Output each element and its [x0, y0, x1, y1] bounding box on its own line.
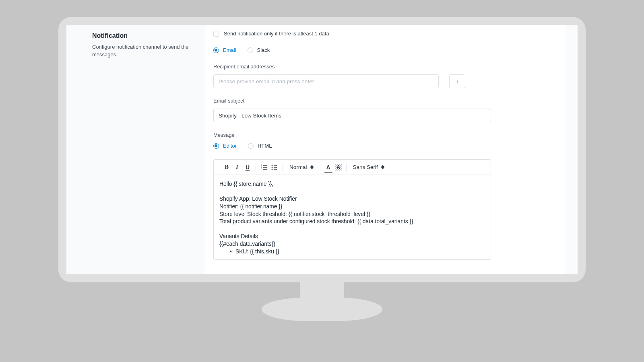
radio-icon[interactable] — [248, 47, 253, 53]
app-screen: Notification Configure notification chan… — [66, 25, 578, 274]
radio-icon[interactable] — [213, 47, 219, 53]
heading-select[interactable]: Normal — [287, 164, 316, 170]
rich-text-editor: B I U 123 — [213, 159, 491, 260]
right-margin — [565, 25, 578, 274]
svg-marker-13 — [310, 167, 314, 169]
checkbox-icon[interactable] — [213, 31, 219, 37]
text-color-icon[interactable]: A — [324, 163, 332, 172]
svg-marker-14 — [381, 165, 384, 167]
underline-icon[interactable]: U — [244, 163, 252, 172]
svg-text:3: 3 — [261, 168, 262, 170]
monitor-stand-base — [262, 298, 382, 321]
channel-radio-group: Email Slack — [213, 47, 495, 53]
mode-html-option[interactable]: HTML — [248, 143, 272, 149]
ordered-listches-icon[interactable]: 123 — [260, 163, 268, 172]
subject-input[interactable] — [213, 109, 491, 122]
radio-icon[interactable] — [213, 143, 219, 149]
font-select[interactable]: Sans Serif — [351, 164, 387, 170]
message-mode-group: Editor HTML — [213, 143, 495, 149]
recipients-label: Recipient email addresses — [213, 64, 495, 70]
svg-point-11 — [272, 169, 273, 170]
svg-marker-15 — [381, 167, 384, 169]
add-recipient-button[interactable]: + — [449, 74, 465, 88]
mode-html-label: HTML — [258, 143, 272, 149]
svg-marker-12 — [310, 165, 314, 167]
highlight-color-icon[interactable]: A — [335, 164, 342, 171]
form-panel: Send notification only if there is atlea… — [205, 25, 578, 274]
editor-body[interactable]: Hello {{ store.name }}, Shopify App: Low… — [214, 175, 491, 259]
sidebar-title: Notification — [92, 32, 194, 39]
subject-label: Email subject — [213, 98, 495, 104]
radio-icon[interactable] — [248, 143, 254, 149]
sidebar-description: Configure notification channel to send t… — [92, 43, 194, 59]
send-condition-label: Send notification only if there is atlea… — [224, 31, 329, 37]
select-arrows-icon — [310, 165, 314, 169]
select-arrows-icon — [381, 165, 384, 169]
sidebar: Notification Configure notification chan… — [66, 25, 205, 274]
channel-slack-label: Slack — [257, 47, 270, 53]
channel-email-option[interactable]: Email — [213, 47, 236, 53]
italic-icon[interactable]: I — [233, 163, 241, 172]
font-select-value: Sans Serif — [353, 164, 378, 170]
message-label: Message — [213, 132, 495, 138]
bold-icon[interactable]: B — [223, 163, 231, 172]
unordered-list-icon[interactable] — [270, 163, 279, 172]
recipients-input[interactable] — [213, 74, 439, 88]
mode-editor-label: Editor — [223, 143, 237, 149]
send-condition-row[interactable]: Send notification only if there is atlea… — [213, 31, 495, 37]
editor-toolbar: B I U 123 — [214, 160, 491, 175]
monitor-frame: Notification Configure notification chan… — [58, 17, 586, 282]
channel-email-label: Email — [223, 47, 236, 53]
svg-point-9 — [272, 165, 273, 166]
mode-editor-option[interactable]: Editor — [213, 143, 237, 149]
heading-select-value: Normal — [289, 164, 307, 170]
channel-slack-option[interactable]: Slack — [248, 47, 270, 53]
svg-point-10 — [272, 167, 273, 168]
